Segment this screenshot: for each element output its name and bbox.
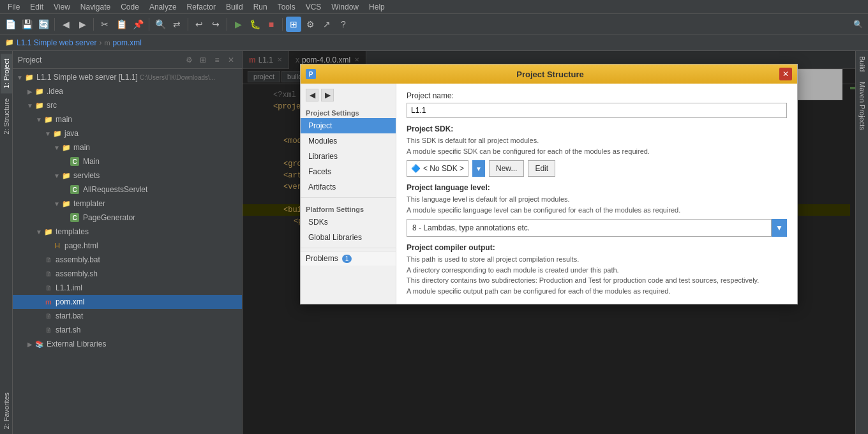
dialog-nav: ◀ ▶ Project Settings Project Modules Lib… (301, 84, 396, 304)
menu-build[interactable]: Build (221, 1, 248, 13)
menu-file[interactable]: File (3, 1, 25, 13)
sdk-select-arrow[interactable]: ▼ (472, 160, 485, 177)
menu-help[interactable]: Help (364, 1, 390, 13)
tree-item-idea[interactable]: ▶ 📁 .idea (13, 84, 242, 98)
toolbar-paste-btn[interactable]: 📌 (130, 17, 146, 32)
toolbar-sdk-btn[interactable]: ⚙ (303, 17, 318, 32)
toolbar-stop-btn[interactable]: ■ (264, 17, 279, 32)
right-tab-maven[interactable]: Maven Projects (856, 77, 868, 135)
toolbar-replace-btn[interactable]: ⇄ (169, 17, 184, 32)
dialog-close-btn[interactable]: ✕ (779, 68, 792, 80)
toolbar-structure-btn[interactable]: ⊞ (286, 17, 301, 32)
tree-item-root[interactable]: ▼ 📁 L1.1 Simple web server [L1.1] C:\Use… (13, 70, 242, 84)
toolbar-help-btn[interactable]: ? (336, 17, 351, 32)
sidebar-tab-structure[interactable]: 2: Structure (1, 93, 12, 140)
sidebar-tab-favorites[interactable]: 2: Favorites (1, 387, 12, 434)
menu-code[interactable]: Code (116, 1, 144, 13)
toolbar-redo-btn[interactable]: ↪ (208, 17, 223, 32)
tree-label-assemblysh: assembly.sh (56, 269, 98, 278)
toolbar-cut-btn[interactable]: ✂ (97, 17, 112, 32)
sdk-section-title: Project SDK: (407, 124, 787, 133)
dialog-nav-arrows: ◀ ▶ (301, 86, 396, 104)
menu-vcs[interactable]: VCS (301, 1, 327, 13)
sidebar-tab-project[interactable]: 1: Project (1, 54, 12, 93)
tree-item-iml[interactable]: 🗎 L1.1.iml (13, 281, 242, 295)
problems-badge: 1 (342, 255, 352, 263)
tree-item-main[interactable]: ▼ 📁 main (13, 112, 242, 126)
menu-tools[interactable]: Tools (273, 1, 301, 13)
tree-item-pagehtml[interactable]: H page.html (13, 239, 242, 253)
sdk-select[interactable]: 🔷 < No SDK > (407, 160, 468, 177)
toolbar-copy-btn[interactable]: 📋 (114, 17, 129, 32)
toolbar-run-btn[interactable]: ▶ (230, 17, 246, 32)
project-header-gear-btn[interactable]: ⚙ (183, 54, 195, 66)
breadcrumb-sep: › (99, 38, 101, 47)
tree-label-main2: main (73, 143, 90, 152)
tree-item-servlets[interactable]: ▼ 📁 servlets (13, 168, 242, 183)
project-name-input[interactable] (407, 103, 787, 118)
tree-arrow-idea: ▶ (26, 88, 34, 95)
project-header-expand-btn[interactable]: ⊞ (197, 54, 209, 66)
tree-icon-allrequests: C (70, 185, 79, 194)
toolbar-back-btn[interactable]: ◀ (58, 17, 73, 32)
tree-item-extlibs[interactable]: ▶ 📚 External Libraries (13, 337, 242, 351)
tree-item-main2[interactable]: ▼ 📁 main (13, 140, 242, 154)
nav-back-btn[interactable]: ◀ (306, 89, 318, 101)
menu-navigate[interactable]: Navigate (75, 1, 116, 13)
nav-item-artifacts[interactable]: Artifacts (301, 179, 396, 195)
menu-edit[interactable]: Edit (25, 1, 49, 13)
tree-item-pagegen[interactable]: C PageGenerator (13, 211, 242, 225)
tree-item-src[interactable]: ▼ 📁 src (13, 98, 242, 112)
sdk-new-btn[interactable]: New... (489, 160, 524, 177)
project-header-close-btn[interactable]: ✕ (225, 54, 237, 66)
nav-item-facets[interactable]: Facets (301, 164, 396, 179)
project-header-settings-btn[interactable]: ≡ (211, 54, 223, 66)
breadcrumb-file[interactable]: pom.xml (113, 38, 142, 47)
tree-item-assemblysh[interactable]: 🗎 assembly.sh (13, 267, 242, 281)
lang-select-arrow[interactable]: ▼ (772, 219, 787, 237)
tree-item-templates[interactable]: ▼ 📁 templates (13, 225, 242, 239)
toolbar-find-btn[interactable]: 🔍 (153, 17, 168, 32)
tree-item-startbat[interactable]: 🗎 start.bat (13, 309, 242, 323)
menu-analyze[interactable]: Analyze (144, 1, 182, 13)
tree-item-pomxml[interactable]: m pom.xml (13, 295, 242, 309)
breadcrumb-project[interactable]: L1.1 Simple web server (17, 38, 96, 47)
tree-label-java: java (64, 129, 79, 138)
tree-label-allrequests: AllRequestsServlet (83, 185, 147, 194)
menu-run[interactable]: Run (248, 1, 273, 13)
nav-item-sdks[interactable]: SDKs (301, 214, 396, 230)
tree-item-templater[interactable]: ▼ 📁 templater (13, 197, 242, 211)
toolbar-debug-btn[interactable]: 🐛 (247, 17, 262, 32)
menu-window[interactable]: Window (326, 1, 364, 13)
toolbar-run2-btn[interactable]: ↗ (319, 17, 334, 32)
tree-arrow-java: ▼ (43, 130, 52, 137)
right-tab-build[interactable]: Build (856, 51, 868, 77)
menu-view[interactable]: View (49, 1, 75, 13)
toolbar-sync-btn[interactable]: 🔄 (36, 17, 51, 32)
toolbar-sep-2 (93, 18, 94, 31)
tree-item-allrequests[interactable]: C AllRequestsServlet (13, 183, 242, 197)
sdk-edit-btn[interactable]: Edit (528, 160, 555, 177)
tree-item-main-class[interactable]: C Main (13, 154, 242, 168)
menu-refactor[interactable]: Refactor (182, 1, 221, 13)
toolbar-search-btn[interactable]: 🔍 (850, 17, 865, 32)
lang-select[interactable]: 8 - Lambdas, type annotations etc. (407, 219, 772, 237)
nav-item-modules[interactable]: Modules (301, 133, 396, 149)
toolbar-new-btn[interactable]: 📄 (3, 17, 18, 32)
tree-item-startsh[interactable]: 🗎 start.sh (13, 323, 242, 337)
compiler-desc-4: A module specific output path can be con… (407, 286, 787, 297)
dialog-overlay: P Project Structure ✕ ◀ ▶ Project Setti (243, 51, 855, 434)
toolbar-forward-btn[interactable]: ▶ (75, 17, 90, 32)
tree-icon-templates: 📁 (43, 227, 54, 237)
tree-item-java[interactable]: ▼ 📁 java (13, 126, 242, 140)
nav-item-global-libs[interactable]: Global Libraries (301, 230, 396, 245)
toolbar-undo-btn[interactable]: ↩ (191, 17, 207, 32)
toolbar-save-btn[interactable]: 💾 (19, 17, 34, 32)
nav-forward-btn[interactable]: ▶ (321, 89, 334, 101)
tree-icon-src: 📁 (34, 100, 45, 110)
tree-item-assemblybat[interactable]: 🗎 assembly.bat (13, 253, 242, 267)
nav-item-libraries[interactable]: Libraries (301, 149, 396, 164)
nav-item-project[interactable]: Project (301, 118, 396, 133)
nav-section-project: Project Settings (301, 107, 396, 118)
problems-row[interactable]: Problems 1 (301, 251, 396, 266)
